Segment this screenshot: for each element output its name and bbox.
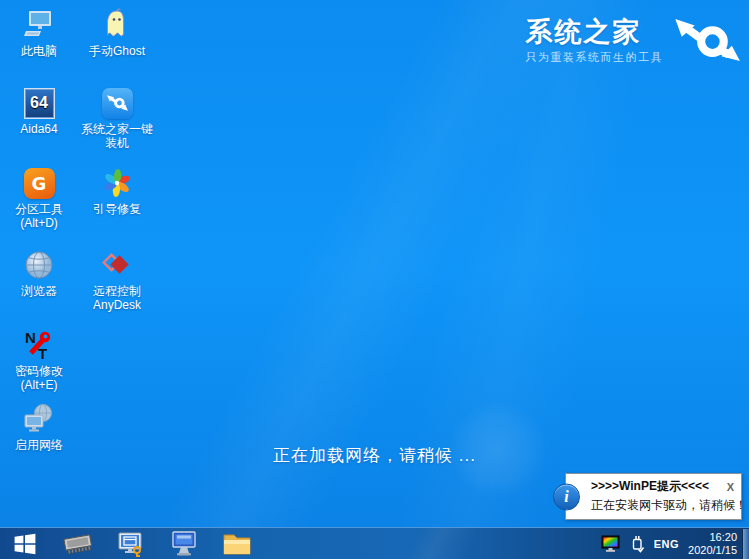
desktop-icon-partition-tool[interactable]: G 分区工具 (Alt+D) bbox=[0, 166, 78, 230]
folder-icon bbox=[222, 531, 252, 557]
system-tray: ENG 16:20 2020/1/15 bbox=[601, 528, 737, 559]
clock-time: 16:20 bbox=[688, 531, 737, 544]
taskbar: ENG 16:20 2020/1/15 bbox=[0, 527, 749, 559]
icon-label: 浏览器 bbox=[0, 284, 78, 298]
desktop-icon-onekey-install[interactable]: 系统之家一键 装机 bbox=[78, 86, 156, 150]
desktop: 系统之家 只为重装系统而生的工具 此电脑 手动Ghost bbox=[0, 0, 749, 559]
taskbar-password-tool[interactable] bbox=[116, 529, 146, 559]
desktop-icon-manual-ghost[interactable]: 手动Ghost bbox=[78, 8, 156, 58]
icon-label: 密码修改 bbox=[0, 364, 78, 378]
icon-label: 系统之家一键 bbox=[78, 122, 156, 136]
network-computer-icon bbox=[22, 402, 56, 436]
icon-label: 手动Ghost bbox=[78, 44, 156, 58]
aida64-icon: 64 bbox=[24, 88, 55, 119]
remote-computer-icon bbox=[169, 530, 199, 558]
swoosh-arrow-icon bbox=[672, 19, 740, 61]
computer-icon bbox=[22, 8, 56, 42]
desktop-icon-this-pc[interactable]: 此电脑 bbox=[0, 8, 78, 58]
close-icon[interactable]: X bbox=[726, 481, 735, 493]
onekey-install-icon bbox=[102, 88, 133, 119]
winpe-notification: i >>>>WinPE提示<<<< X 正在安装网卡驱动，请稍候！ bbox=[565, 473, 742, 520]
swoosh-mini-icon bbox=[107, 95, 128, 111]
taskbar-file-explorer[interactable] bbox=[222, 529, 252, 559]
brand-subtitle: 只为重装系统而生的工具 bbox=[526, 50, 664, 65]
loading-status-text: 正在加载网络，请稍候 ... bbox=[273, 446, 476, 465]
desktop-icon-aida64[interactable]: 64 Aida64 bbox=[0, 86, 78, 136]
clock-date: 2020/1/15 bbox=[688, 544, 737, 557]
icon-label-line2: AnyDesk bbox=[78, 298, 156, 312]
show-desktop-button[interactable] bbox=[742, 529, 749, 559]
language-indicator[interactable]: ENG bbox=[654, 538, 679, 550]
icon-label: 引导修复 bbox=[78, 202, 156, 216]
diskgenius-g-glyph: G bbox=[32, 173, 47, 194]
taskbar-memory-tool[interactable] bbox=[63, 529, 93, 559]
icon-label: 分区工具 bbox=[0, 202, 78, 216]
icon-label-line2: (Alt+E) bbox=[0, 378, 78, 392]
windows-logo-icon bbox=[13, 532, 37, 556]
globe-icon bbox=[22, 248, 56, 282]
desktop-icon-browser[interactable]: 浏览器 bbox=[0, 248, 78, 298]
anydesk-icon bbox=[100, 248, 134, 282]
notification-title: >>>>WinPE提示<<<< bbox=[591, 478, 709, 495]
nt-letter-n: N bbox=[25, 329, 36, 346]
start-button[interactable] bbox=[10, 529, 40, 559]
ghost-icon bbox=[100, 8, 134, 42]
usb-eject-icon[interactable] bbox=[630, 534, 645, 553]
nt-letter-t: T bbox=[38, 345, 47, 362]
icon-label-line2: 装机 bbox=[78, 136, 156, 150]
pinwheel-icon bbox=[100, 166, 134, 200]
desktop-icon-password-reset[interactable]: N T 密码修改 (Alt+E) bbox=[0, 328, 78, 392]
diskgenius-icon: G bbox=[24, 168, 55, 199]
icon-label: 此电脑 bbox=[0, 44, 78, 58]
icon-label: Aida64 bbox=[0, 122, 78, 136]
desktop-icon-boot-repair[interactable]: 引导修复 bbox=[78, 166, 156, 216]
computer-key-icon bbox=[116, 530, 146, 558]
nt-password-key-icon: N T bbox=[22, 328, 56, 362]
memory-chip-icon bbox=[61, 528, 95, 559]
notification-body: 正在安装网卡驱动，请稍候！ bbox=[591, 497, 735, 514]
display-settings-icon[interactable] bbox=[601, 535, 621, 553]
clock[interactable]: 16:20 2020/1/15 bbox=[688, 531, 737, 557]
brand-logo-block: 系统之家 只为重装系统而生的工具 bbox=[526, 17, 741, 65]
icon-label-line2: (Alt+D) bbox=[0, 216, 78, 230]
taskbar-remote-desktop[interactable] bbox=[169, 529, 199, 559]
brand-title: 系统之家 bbox=[526, 17, 664, 47]
aida64-badge-text: 64 bbox=[30, 94, 48, 112]
info-icon: i bbox=[553, 483, 580, 510]
desktop-icon-anydesk[interactable]: 远程控制 AnyDesk bbox=[78, 248, 156, 312]
icon-label: 远程控制 bbox=[78, 284, 156, 298]
